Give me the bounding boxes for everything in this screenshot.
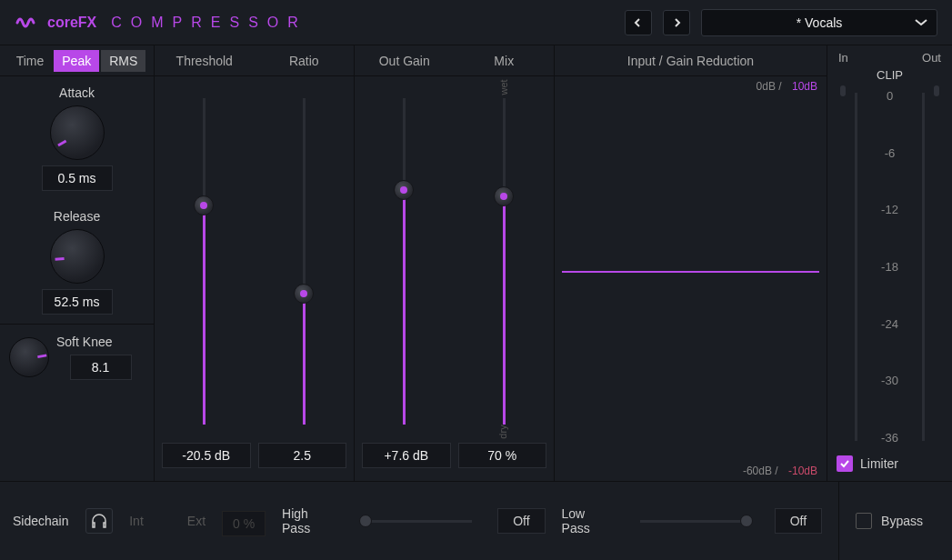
release-knob[interactable] — [50, 229, 105, 284]
graph-bot-in: -60dB / — [743, 465, 778, 477]
outgain-value[interactable]: +7.6 dB — [362, 443, 451, 468]
mix-label: Mix — [455, 54, 555, 68]
release-block: Release 52.5 ms — [0, 200, 154, 324]
ratio-label: Ratio — [255, 54, 355, 68]
lowpass-value[interactable]: Off — [775, 508, 822, 534]
in-meter-bar — [855, 93, 857, 441]
release-value[interactable]: 52.5 ms — [42, 289, 113, 315]
wave-logo-icon — [15, 12, 36, 34]
dry-label: dry — [496, 425, 507, 438]
sc-ext-label[interactable]: Ext — [187, 514, 205, 528]
highpass-value[interactable]: Off — [497, 508, 545, 534]
out-meter-bar — [922, 93, 925, 441]
chevron-left-icon — [634, 18, 643, 27]
mix-slider[interactable]: wet dry — [503, 98, 506, 425]
graph-bot-gr: -10dB — [788, 465, 817, 477]
time-tab[interactable]: Time — [8, 50, 53, 72]
mix-value[interactable]: 70 % — [458, 443, 547, 468]
threshold-slider[interactable] — [203, 98, 205, 425]
graph-top-gr: 10dB — [792, 80, 817, 93]
softknee-label: Soft Knee — [56, 335, 145, 349]
detection-column: Time Peak RMS Attack 0.5 ms Release 52.5… — [0, 45, 155, 481]
outgain-label: Out Gain — [355, 54, 455, 68]
graph-top-in: 0dB / — [757, 80, 782, 93]
clip-indicator-out — [934, 85, 939, 96]
header: coreFX COMPRESSOR * Vocals — [0, 0, 952, 45]
sidechain-footer: Sidechain Int Ext 0 % High Pass Off Low … — [0, 482, 952, 560]
sidechain-label: Sidechain — [13, 514, 69, 528]
graph-column: Input / Gain Reduction 0dB / 10dB -60dB … — [555, 45, 827, 481]
meter-column: In Out CLIP 0 -6 -12 -18 -24 -30 -36 — [827, 45, 952, 481]
limiter-label: Limiter — [860, 456, 898, 471]
bypass-label: Bypass — [881, 514, 923, 528]
main-panel: Time Peak RMS Attack 0.5 ms Release 52.5… — [0, 45, 952, 482]
ratio-value[interactable]: 2.5 — [258, 443, 347, 468]
sc-mix-value[interactable]: 0 % — [222, 511, 266, 536]
threshold-value[interactable]: -20.5 dB — [162, 443, 251, 468]
check-icon — [839, 458, 850, 469]
gain-reduction-graph: 0dB / 10dB -60dB / -10dB — [555, 76, 827, 481]
meter-scale: 0 -6 -12 -18 -24 -30 -36 — [863, 85, 917, 448]
output-column: Out Gain Mix wet dry +7.6 dB — [355, 45, 555, 481]
preset-prev-button[interactable] — [625, 10, 652, 35]
softknee-block: Soft Knee 8.1 — [0, 324, 154, 390]
meter-in-label: In — [838, 51, 848, 65]
preset-name: * Vocals — [797, 15, 843, 30]
threshold-label: Threshold — [155, 54, 255, 68]
attack-label: Attack — [0, 85, 154, 100]
product-text: COMPRESSOR — [111, 15, 307, 31]
sidechain-listen-button[interactable] — [85, 508, 114, 534]
attack-value[interactable]: 0.5 ms — [42, 165, 113, 191]
rms-tab[interactable]: RMS — [101, 50, 145, 72]
bypass-checkbox[interactable] — [856, 513, 872, 529]
detection-mode-tabs: Time Peak RMS — [0, 45, 154, 76]
outgain-slider[interactable] — [403, 98, 406, 425]
clip-indicator-in — [840, 85, 846, 96]
lowpass-label: Low Pass — [562, 506, 615, 535]
threshold-line — [562, 271, 819, 273]
lowpass-slider[interactable] — [640, 520, 749, 523]
softknee-knob[interactable] — [9, 337, 49, 377]
preset-selector[interactable]: * Vocals — [701, 9, 937, 36]
wet-label: wet — [497, 79, 508, 95]
softknee-value[interactable]: 8.1 — [70, 355, 132, 380]
highpass-slider[interactable] — [363, 520, 472, 523]
level-meters: 0 -6 -12 -18 -24 -30 -36 — [837, 82, 943, 452]
preset-next-button[interactable] — [663, 10, 690, 35]
peak-tab[interactable]: Peak — [54, 50, 99, 72]
highpass-label: High Pass — [282, 506, 337, 535]
threshold-ratio-column: Threshold Ratio -20.5 dB 2.5 — [155, 45, 355, 481]
meter-out-label: Out — [922, 51, 941, 65]
attack-knob[interactable] — [50, 105, 105, 160]
release-label: Release — [0, 209, 154, 224]
chevron-down-icon — [915, 19, 927, 26]
graph-title: Input / Gain Reduction — [627, 54, 754, 68]
ratio-slider[interactable] — [303, 98, 306, 425]
chevron-right-icon — [672, 18, 681, 27]
clip-label: CLIP — [837, 68, 943, 82]
attack-block: Attack 0.5 ms — [0, 76, 154, 200]
limiter-checkbox[interactable] — [837, 455, 853, 472]
headphones-icon — [91, 514, 107, 528]
sc-int-label[interactable]: Int — [129, 514, 144, 528]
brand-text: coreFX — [47, 15, 96, 31]
